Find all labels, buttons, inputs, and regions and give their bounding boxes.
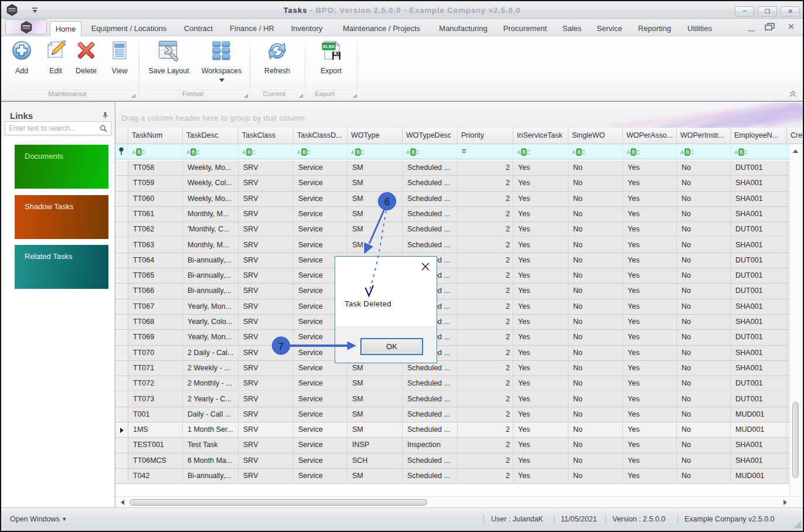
svg-text:XLSX: XLSX bbox=[323, 44, 336, 49]
